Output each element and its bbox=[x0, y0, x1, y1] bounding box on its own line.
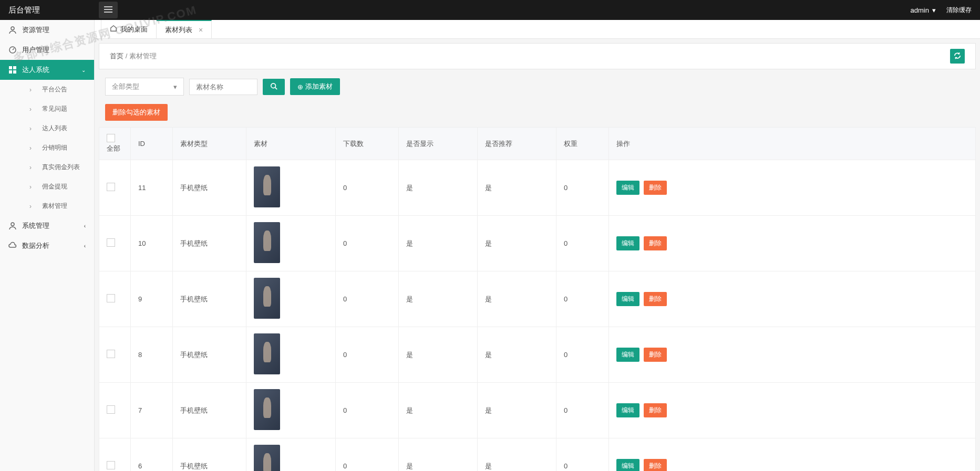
sidebar-item-resource[interactable]: 资源管理 bbox=[0, 20, 94, 40]
tab-material-list[interactable]: 素材列表 × bbox=[157, 20, 212, 38]
delete-button[interactable]: 删除 bbox=[644, 236, 667, 250]
tab-desktop[interactable]: 我的桌面 bbox=[101, 20, 157, 38]
col-recommend: 是否推荐 bbox=[478, 128, 556, 160]
sidebar-item-users[interactable]: 用户管理 bbox=[0, 40, 94, 60]
row-checkbox[interactable] bbox=[107, 461, 115, 469]
button-label: 添加素材 bbox=[305, 82, 333, 91]
cell-material bbox=[246, 327, 336, 383]
cell-material bbox=[246, 438, 336, 472]
breadcrumb-sep: / bbox=[126, 52, 128, 60]
type-select[interactable]: 全部类型 ▾ bbox=[105, 78, 184, 96]
cell-display: 是 bbox=[399, 438, 478, 472]
cell-id: 7 bbox=[131, 383, 173, 438]
clear-cache-link[interactable]: 清除缓存 bbox=[946, 6, 972, 15]
sidebar-label: 数据分析 bbox=[22, 241, 49, 250]
cell-action: 编辑 删除 bbox=[609, 327, 976, 383]
edit-button[interactable]: 编辑 bbox=[616, 403, 639, 417]
delete-button[interactable]: 删除 bbox=[644, 403, 667, 417]
select-all-checkbox[interactable] bbox=[107, 134, 115, 142]
table-row: 11 手机壁纸 0 是 是 0 编辑 删除 bbox=[99, 160, 976, 216]
cell-material bbox=[246, 271, 336, 327]
sidebar-item-system[interactable]: 系统管理 ‹ bbox=[0, 216, 94, 236]
delete-button[interactable]: 删除 bbox=[644, 181, 667, 195]
sidebar-sub-material[interactable]: 素材管理 bbox=[21, 196, 94, 216]
cell-id: 10 bbox=[131, 216, 173, 271]
logo: 后台管理 bbox=[0, 5, 95, 15]
cell-id: 9 bbox=[131, 271, 173, 327]
cell-action: 编辑 删除 bbox=[609, 271, 976, 327]
svg-rect-6 bbox=[13, 66, 16, 69]
material-table: 全部 ID 素材类型 素材 下载数 是否显示 是否推荐 权重 操作 11 手机壁… bbox=[99, 127, 976, 471]
user-dropdown[interactable]: admin ▾ bbox=[911, 6, 936, 14]
cell-action: 编辑 删除 bbox=[609, 438, 976, 472]
svg-rect-5 bbox=[9, 66, 12, 69]
cell-recommend: 是 bbox=[478, 383, 556, 438]
delete-selected-button[interactable]: 删除勾选的素材 bbox=[105, 104, 168, 121]
edit-button[interactable]: 编辑 bbox=[616, 348, 639, 362]
delete-button[interactable]: 删除 bbox=[644, 459, 667, 471]
cell-weight: 0 bbox=[556, 327, 609, 383]
search-button[interactable] bbox=[263, 79, 285, 95]
table-container: 全部 ID 素材类型 素材 下载数 是否显示 是否推荐 权重 操作 11 手机壁… bbox=[99, 127, 976, 471]
grid-icon bbox=[8, 66, 17, 74]
material-thumbnail[interactable] bbox=[254, 222, 280, 263]
cell-recommend: 是 bbox=[478, 327, 556, 383]
sidebar-sub-withdraw[interactable]: 佣金提现 bbox=[21, 177, 94, 196]
cell-weight: 0 bbox=[556, 160, 609, 216]
sidebar-label: 资源管理 bbox=[22, 25, 49, 35]
breadcrumb-home[interactable]: 首页 bbox=[110, 52, 123, 60]
cell-display: 是 bbox=[399, 327, 478, 383]
select-value: 全部类型 bbox=[112, 82, 139, 91]
add-material-button[interactable]: ⊕ 添加素材 bbox=[290, 78, 340, 95]
sidebar-item-analytics[interactable]: 数据分析 ‹ bbox=[0, 236, 94, 256]
sidebar-sub-announcement[interactable]: 平台公告 bbox=[21, 80, 94, 99]
user-icon bbox=[8, 222, 17, 230]
row-checkbox[interactable] bbox=[107, 294, 115, 302]
refresh-button[interactable] bbox=[950, 49, 965, 64]
cell-action: 编辑 删除 bbox=[609, 383, 976, 438]
cell-material bbox=[246, 160, 336, 216]
svg-point-9 bbox=[11, 223, 14, 226]
sidebar-label: 系统管理 bbox=[22, 221, 49, 231]
chevron-left-icon: ‹ bbox=[84, 243, 86, 249]
search-input[interactable] bbox=[196, 83, 251, 91]
sidebar-sub-distribution[interactable]: 分销明细 bbox=[21, 138, 94, 158]
row-checkbox[interactable] bbox=[107, 238, 115, 247]
sidebar-item-talent[interactable]: 达人系统 ⌄ bbox=[0, 60, 94, 80]
edit-button[interactable]: 编辑 bbox=[616, 292, 639, 306]
sidebar-label: 达人系统 bbox=[22, 65, 49, 75]
cell-downloads: 0 bbox=[336, 271, 399, 327]
col-material: 素材 bbox=[246, 128, 336, 160]
edit-button[interactable]: 编辑 bbox=[616, 236, 639, 250]
cell-id: 8 bbox=[131, 327, 173, 383]
delete-button[interactable]: 删除 bbox=[644, 292, 667, 306]
tab-label: 素材列表 bbox=[165, 25, 192, 35]
row-checkbox[interactable] bbox=[107, 183, 115, 191]
material-thumbnail[interactable] bbox=[254, 445, 280, 471]
row-checkbox[interactable] bbox=[107, 405, 115, 414]
svg-point-10 bbox=[271, 83, 276, 88]
delete-button[interactable]: 删除 bbox=[644, 348, 667, 362]
cell-weight: 0 bbox=[556, 438, 609, 472]
edit-button[interactable]: 编辑 bbox=[616, 181, 639, 195]
edit-button[interactable]: 编辑 bbox=[616, 459, 639, 471]
svg-rect-0 bbox=[104, 6, 112, 7]
material-thumbnail[interactable] bbox=[254, 333, 280, 374]
cell-recommend: 是 bbox=[478, 271, 556, 327]
col-id: ID bbox=[131, 128, 173, 160]
sidebar-sub-commission-list[interactable]: 真实佣金列表 bbox=[21, 158, 94, 177]
sidebar-sub-talent-list[interactable]: 达人列表 bbox=[21, 119, 94, 138]
col-downloads: 下载数 bbox=[336, 128, 399, 160]
menu-toggle-button[interactable] bbox=[99, 2, 118, 18]
material-thumbnail[interactable] bbox=[254, 389, 280, 430]
sidebar-sub-faq[interactable]: 常见问题 bbox=[21, 99, 94, 119]
cell-type: 手机壁纸 bbox=[173, 383, 246, 438]
sidebar-label: 用户管理 bbox=[22, 45, 49, 55]
row-checkbox[interactable] bbox=[107, 350, 115, 358]
cell-downloads: 0 bbox=[336, 327, 399, 383]
gauge-icon bbox=[8, 46, 17, 54]
table-row: 8 手机壁纸 0 是 是 0 编辑 删除 bbox=[99, 327, 976, 383]
close-icon[interactable]: × bbox=[199, 26, 203, 34]
material-thumbnail[interactable] bbox=[254, 166, 280, 207]
material-thumbnail[interactable] bbox=[254, 278, 280, 319]
